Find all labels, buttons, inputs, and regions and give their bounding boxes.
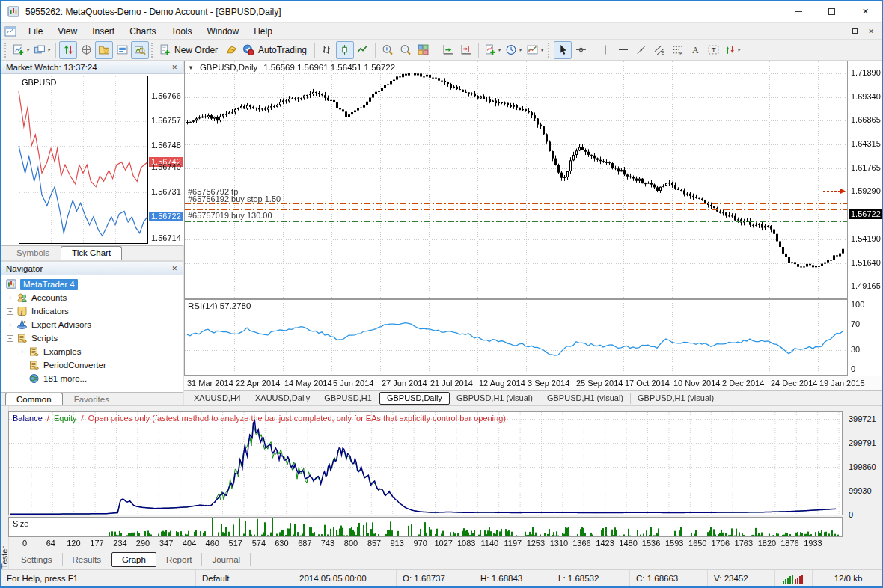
toolbar-grip[interactable] bbox=[4, 43, 8, 58]
toolbar-grip[interactable] bbox=[548, 43, 552, 58]
zoom-in-button[interactable] bbox=[379, 41, 397, 59]
nav-item-expert-advisors[interactable]: + Expert Advisors bbox=[1, 318, 183, 331]
horizontal-line-button[interactable] bbox=[614, 41, 632, 59]
tab-tick-chart[interactable]: Tick Chart bbox=[61, 246, 122, 260]
market-watch-close-icon[interactable]: ✕ bbox=[169, 64, 180, 71]
menu-tools[interactable]: Tools bbox=[164, 25, 200, 38]
text-label-button[interactable]: T bbox=[704, 41, 722, 59]
menu-help[interactable]: Help bbox=[246, 25, 280, 38]
globe-icon bbox=[28, 373, 40, 384]
one-click-trading-arrow[interactable]: ▼ bbox=[188, 64, 194, 71]
expand-icon[interactable]: + bbox=[7, 322, 13, 328]
navigator-close-icon[interactable]: ✕ bbox=[169, 265, 180, 272]
tester-x-label: 1480 bbox=[619, 539, 637, 548]
autotrading-button[interactable]: AutoTrading bbox=[240, 41, 311, 59]
chart-tab-gbpusd-daily[interactable]: GBPUSD,Daily bbox=[379, 392, 450, 405]
nav-item-scripts[interactable]: − Scripts bbox=[1, 331, 183, 345]
navigator-toggle-button[interactable] bbox=[95, 41, 113, 59]
collapse-icon[interactable]: − bbox=[7, 335, 13, 342]
maximize-button[interactable] bbox=[815, 1, 849, 22]
cursor-button[interactable] bbox=[554, 41, 572, 59]
menu-charts[interactable]: Charts bbox=[122, 25, 163, 38]
minimize-button[interactable] bbox=[781, 1, 815, 22]
data-window-button[interactable] bbox=[77, 41, 95, 59]
legend-separator: / bbox=[79, 414, 86, 423]
line-chart-mode-button[interactable] bbox=[354, 41, 372, 59]
chart-tab-xauusd-daily[interactable]: XAUUSD,Daily bbox=[248, 393, 317, 404]
text-button[interactable]: A bbox=[686, 41, 704, 59]
menu-insert[interactable]: Insert bbox=[85, 25, 122, 38]
zoom-in-icon bbox=[382, 44, 394, 55]
nav-item-examples[interactable]: + Examples bbox=[1, 345, 183, 358]
profiles-button[interactable]: ▾ bbox=[31, 41, 52, 59]
trendline-button[interactable] bbox=[632, 41, 650, 59]
date-tick-label: 17 Oct 2014 bbox=[625, 379, 670, 388]
terminal-icon bbox=[117, 44, 128, 55]
new-order-button[interactable]: New Order bbox=[157, 41, 222, 59]
tab-symbols[interactable]: Symbols bbox=[5, 246, 61, 260]
close-button[interactable]: ✕ bbox=[849, 1, 882, 22]
equidistant-channel-button[interactable]: E bbox=[650, 41, 668, 59]
strategy-tester-button[interactable] bbox=[131, 41, 149, 59]
tester-tab-settings[interactable]: Settings bbox=[11, 553, 63, 566]
tester-size-graph[interactable] bbox=[8, 517, 843, 537]
date-tick-label: 10 Nov 2014 bbox=[673, 379, 720, 388]
templates-button[interactable]: ▾ bbox=[524, 41, 546, 59]
expand-icon[interactable]: + bbox=[7, 308, 13, 315]
tester-x-label: 0 bbox=[22, 539, 27, 548]
chart-tab-xauusd-h4[interactable]: XAUUSD,H4 bbox=[187, 393, 248, 404]
chart-tab-gbpusd-h1-visual-2[interactable]: GBPUSD,H1 (visual) bbox=[540, 393, 631, 404]
terminal-button[interactable] bbox=[113, 41, 131, 59]
nav-item-accounts[interactable]: + Accounts bbox=[1, 291, 183, 304]
tile-windows-button[interactable] bbox=[415, 41, 433, 59]
arrows-button[interactable]: ▾ bbox=[722, 41, 742, 59]
date-tick-label: 24 Dec 2014 bbox=[771, 379, 817, 388]
nav-item-periodconverter[interactable]: PeriodConverter bbox=[1, 358, 183, 372]
child-close-button[interactable]: ✕ bbox=[863, 25, 879, 38]
gold-bar-button[interactable] bbox=[222, 41, 240, 59]
menu-view[interactable]: View bbox=[50, 25, 85, 38]
chart-tab-gbpusd-h1[interactable]: GBPUSD,H1 bbox=[317, 393, 379, 404]
tester-tab-graph[interactable]: Graph bbox=[111, 552, 156, 567]
tester-tab-results[interactable]: Results bbox=[63, 553, 111, 566]
vertical-line-button[interactable] bbox=[596, 41, 614, 59]
new-chart-button[interactable]: ▾ bbox=[10, 41, 31, 59]
auto-scroll-button[interactable] bbox=[439, 41, 457, 59]
expand-icon[interactable]: + bbox=[19, 349, 25, 355]
market-watch-toggle-button[interactable] bbox=[59, 41, 77, 59]
nav-item-metatrader4[interactable]: MetaTrader 4 bbox=[1, 278, 183, 291]
chart-tab-gbpusd-h1-visual-1[interactable]: GBPUSD,H1 (visual) bbox=[450, 393, 540, 404]
tick-price-label: 1.56748 bbox=[151, 141, 181, 150]
tester-tab-journal[interactable]: Journal bbox=[202, 553, 251, 566]
chart-shift-button[interactable] bbox=[457, 41, 475, 59]
menu-window[interactable]: Window bbox=[200, 25, 247, 38]
tester-x-label: 970 bbox=[413, 539, 427, 548]
bar-chart-mode-button[interactable] bbox=[318, 41, 336, 59]
tester-balance-graph[interactable] bbox=[8, 411, 843, 515]
child-minimize-button[interactable] bbox=[830, 25, 846, 38]
candlestick-mode-button[interactable] bbox=[336, 41, 354, 59]
fibonacci-button[interactable]: F bbox=[668, 41, 686, 59]
date-tick-label: 19 Jan 2015 bbox=[819, 379, 865, 388]
strategy-tester-icon bbox=[134, 44, 146, 55]
vertical-line-icon bbox=[600, 44, 611, 55]
date-tick-label: 2 Dec 2014 bbox=[722, 379, 764, 388]
child-restore-button[interactable] bbox=[846, 25, 863, 38]
nav-item-indicators[interactable]: + f Indicators bbox=[1, 304, 183, 318]
tester-tab-report[interactable]: Report bbox=[156, 553, 203, 566]
nav-item-more[interactable]: 181 more... bbox=[1, 372, 183, 385]
toolbar-grip[interactable] bbox=[151, 43, 155, 58]
chart-tab-gbpusd-h1-visual-3[interactable]: GBPUSD,H1 (visual) bbox=[631, 393, 721, 404]
status-profile[interactable]: Default bbox=[195, 570, 293, 587]
toolbar-separator bbox=[436, 43, 436, 58]
indicators-button[interactable]: ▾ bbox=[482, 41, 503, 59]
price-chart-canvas[interactable] bbox=[184, 61, 848, 376]
tick-chart-area: 1.567661.567571.567481.567421.567401.567… bbox=[1, 74, 183, 245]
nav-item-label: PeriodConverter bbox=[43, 361, 106, 370]
expand-icon[interactable]: + bbox=[7, 295, 13, 301]
periods-button[interactable]: ▾ bbox=[503, 41, 524, 59]
menu-file[interactable]: File bbox=[21, 25, 50, 38]
tester-legend: Balance / Equity / Open prices only (fas… bbox=[13, 414, 506, 423]
crosshair-button[interactable] bbox=[572, 41, 590, 59]
zoom-out-button[interactable] bbox=[397, 41, 415, 59]
